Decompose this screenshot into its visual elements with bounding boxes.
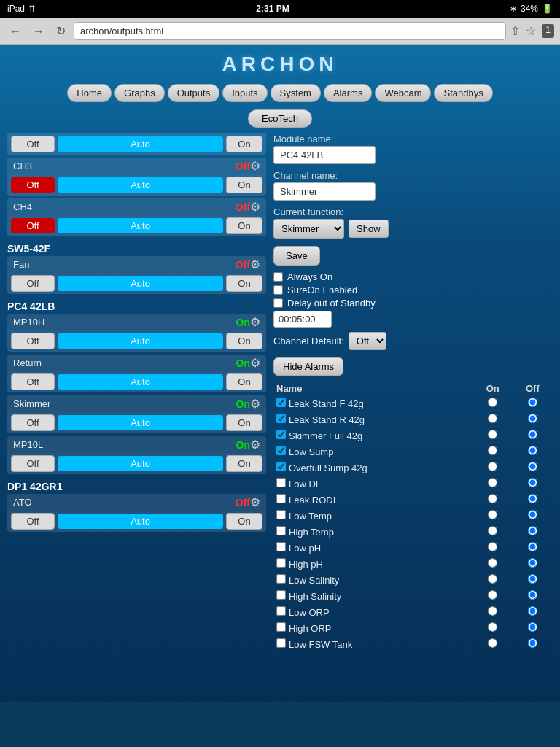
on-button-mp10h[interactable]: On [226, 333, 262, 349]
alarm-radio-off[interactable] [528, 558, 537, 568]
alarm-radio-on[interactable] [488, 574, 497, 584]
off-button-return[interactable]: Off [11, 374, 55, 390]
ecotech-button[interactable]: EcoTech [248, 109, 312, 128]
alarm-checkbox[interactable] [276, 526, 286, 535]
alarm-checkbox[interactable] [276, 478, 286, 487]
alarm-checkbox[interactable] [276, 446, 286, 455]
gear-icon-ch4[interactable]: ⚙ [250, 200, 260, 214]
nav-standbys[interactable]: Standbys [434, 84, 492, 102]
off-button-ato[interactable]: Off [11, 513, 55, 530]
gear-icon-fan[interactable]: ⚙ [250, 258, 260, 271]
alarm-checkbox[interactable] [276, 494, 286, 503]
auto-button-skimmer[interactable]: Auto [58, 415, 223, 430]
alarm-radio-on[interactable] [488, 446, 497, 455]
alarm-radio-on[interactable] [488, 638, 497, 648]
alarm-radio-on[interactable] [488, 542, 497, 551]
nav-graphs[interactable]: Graphs [114, 84, 165, 102]
alarm-radio-off[interactable] [528, 574, 537, 584]
off-button-mp10h[interactable]: Off [11, 333, 55, 349]
on-button-ato[interactable]: On [226, 513, 262, 530]
tab-badge[interactable]: 1 [542, 24, 554, 38]
off-button[interactable]: Off [11, 136, 55, 152]
alarm-checkbox[interactable] [276, 462, 286, 471]
url-bar[interactable] [74, 22, 506, 40]
on-button-fan[interactable]: On [226, 275, 262, 292]
off-button-ch4[interactable]: Off [11, 218, 55, 233]
alarm-checkbox[interactable] [276, 622, 286, 632]
gear-icon-ch3[interactable]: ⚙ [250, 159, 260, 173]
alarm-radio-off[interactable] [528, 638, 537, 648]
back-button[interactable]: ← [6, 23, 25, 39]
alarm-checkbox[interactable] [276, 430, 286, 439]
alarm-radio-off[interactable] [528, 462, 537, 471]
alarm-checkbox[interactable] [276, 510, 286, 519]
alarm-radio-off[interactable] [528, 430, 537, 439]
alarm-checkbox[interactable] [276, 398, 286, 407]
bookmark-icon[interactable]: ☆ [526, 24, 536, 38]
delay-time-input[interactable] [273, 311, 332, 328]
on-button[interactable]: On [226, 136, 262, 152]
gear-icon-ato[interactable]: ⚙ [250, 495, 260, 509]
alarm-checkbox[interactable] [276, 414, 286, 423]
off-button-mp10l[interactable]: Off [11, 455, 55, 472]
auto-button-ch4[interactable]: Auto [58, 218, 223, 233]
alarm-checkbox[interactable] [276, 638, 286, 648]
alarm-radio-on[interactable] [488, 622, 497, 632]
reload-button[interactable]: ↻ [52, 23, 69, 39]
nav-alarms[interactable]: Alarms [324, 84, 372, 102]
auto-button-return[interactable]: Auto [58, 374, 223, 390]
alarm-checkbox[interactable] [276, 542, 286, 551]
on-button-ch3[interactable]: On [226, 177, 262, 193]
on-button-ch4[interactable]: On [226, 217, 262, 234]
forward-button[interactable]: → [29, 23, 48, 39]
on-button-return[interactable]: On [226, 374, 262, 390]
alarm-checkbox[interactable] [276, 574, 286, 584]
alarm-radio-off[interactable] [528, 590, 537, 600]
channel-name-input[interactable] [273, 182, 376, 201]
module-name-input[interactable] [273, 146, 376, 164]
auto-button-mp10l[interactable]: Auto [58, 456, 223, 471]
auto-button[interactable]: Auto [58, 136, 223, 152]
alarm-radio-off[interactable] [528, 606, 537, 616]
gear-icon-skimmer[interactable]: ⚙ [250, 397, 260, 411]
off-button-fan[interactable]: Off [11, 275, 55, 292]
hide-alarms-button[interactable]: Hide Alarms [273, 357, 343, 376]
function-select[interactable]: Skimmer Always On Return [273, 219, 344, 239]
alarm-radio-on[interactable] [488, 462, 497, 471]
save-button[interactable]: Save [273, 246, 320, 266]
alarm-radio-off[interactable] [528, 542, 537, 551]
alarm-radio-off[interactable] [528, 494, 537, 503]
channel-default-select[interactable]: Off On [349, 332, 386, 350]
alarm-radio-off[interactable] [528, 526, 537, 535]
alarm-radio-on[interactable] [488, 590, 497, 600]
alarm-radio-off[interactable] [528, 510, 537, 519]
nav-outputs[interactable]: Outputs [168, 84, 220, 102]
gear-icon-mp10l[interactable]: ⚙ [250, 438, 260, 452]
auto-button-ch3[interactable]: Auto [58, 177, 223, 193]
off-button-skimmer[interactable]: Off [11, 414, 55, 431]
alarm-radio-off[interactable] [528, 414, 537, 423]
always-on-checkbox[interactable] [273, 272, 283, 282]
auto-button-mp10h[interactable]: Auto [58, 333, 223, 349]
alarm-radio-on[interactable] [488, 606, 497, 616]
nav-webcam[interactable]: Webcam [375, 84, 431, 102]
delay-checkbox[interactable] [273, 298, 283, 308]
alarm-radio-off[interactable] [528, 478, 537, 487]
sureon-checkbox[interactable] [273, 285, 283, 295]
alarm-radio-off[interactable] [528, 398, 537, 407]
alarm-radio-on[interactable] [488, 494, 497, 503]
alarm-checkbox[interactable] [276, 590, 286, 600]
gear-icon-return[interactable]: ⚙ [250, 356, 260, 370]
alarm-checkbox[interactable] [276, 606, 286, 616]
on-button-skimmer[interactable]: On [226, 414, 262, 431]
alarm-radio-on[interactable] [488, 558, 497, 568]
share-icon[interactable]: ⇧ [510, 24, 520, 38]
alarm-radio-on[interactable] [488, 510, 497, 519]
nav-system[interactable]: System [271, 84, 321, 102]
auto-button-ato[interactable]: Auto [58, 514, 223, 529]
alarm-checkbox[interactable] [276, 558, 286, 568]
show-button[interactable]: Show [349, 220, 389, 238]
alarm-radio-on[interactable] [488, 478, 497, 487]
alarm-radio-off[interactable] [528, 446, 537, 455]
off-button-ch3[interactable]: Off [11, 177, 55, 193]
